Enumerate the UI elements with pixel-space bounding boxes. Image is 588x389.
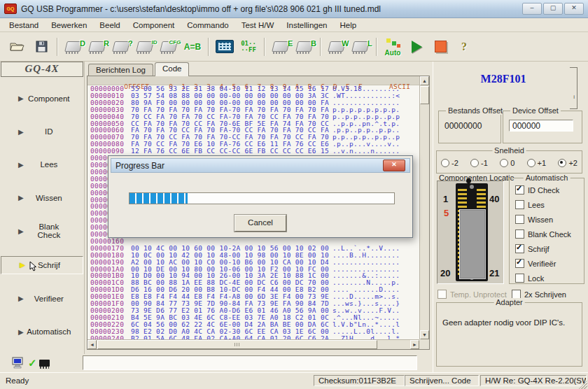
select-device-button[interactable]: D [62, 36, 85, 58]
dialog-close-button[interactable]: ✕ [383, 160, 405, 171]
sidebar-item-component[interactable]: ▶Component [0, 90, 84, 107]
tab-berichten-log[interactable]: Berichten Log [88, 64, 153, 76]
checkbox-icon [515, 200, 524, 209]
sidebar-item-wissen[interactable]: ▶Wissen [0, 190, 84, 206]
snelheid-option-2[interactable]: +2 [558, 159, 578, 167]
adapter-text: Geen adapter nodig voor DIP IC's. [442, 318, 565, 327]
menu-help[interactable]: Help [334, 20, 363, 31]
radio-icon [527, 159, 536, 167]
arrow-icon: ▶ [18, 295, 24, 302]
gq-usb-programmer-window: GQ GQ USB Programmer - c:\users\stefan\d… [0, 0, 588, 389]
vertical-scroll-thumb[interactable] [420, 86, 429, 104]
snelheid-label: Snelheid [492, 146, 526, 155]
fill-buffer-button[interactable]: 01·· ··FF [237, 36, 260, 58]
vertical-scrollbar[interactable]: ▲ ▼ [419, 76, 429, 339]
stop-button[interactable] [428, 36, 452, 58]
sidebar-item-lees[interactable]: ▶Lees [0, 156, 84, 173]
scroll-down-button[interactable]: ▼ [420, 330, 429, 339]
horizontal-scroll-thumb[interactable] [97, 340, 377, 349]
automatisch-group: Automatisch ID CheckLeesWissenBlank Chec… [509, 178, 584, 284]
automatisch-label: Automatisch [524, 174, 570, 182]
read-device-button[interactable]: R [85, 36, 109, 58]
close-button[interactable]: ✕ [564, 3, 584, 15]
chip-icon: W [328, 41, 346, 52]
write-device-button[interactable]: W [325, 36, 349, 58]
menu-bestand[interactable]: Bestand [3, 20, 45, 31]
menu-test-h-w[interactable]: Test H/W [235, 20, 281, 31]
snelheid-option-2[interactable]: -2 [441, 159, 458, 167]
auto-check-wissen[interactable]: Wissen [515, 212, 582, 227]
arrow-icon: ▶ [18, 328, 24, 336]
chip-icon: D [64, 41, 83, 52]
erase-device-button[interactable]: E [269, 36, 293, 58]
sidebar-item-label: Blank Check [27, 222, 84, 239]
device-offset-group: Device Offset 000000 [503, 111, 582, 143]
auto-program-button[interactable]: Auto [381, 36, 405, 58]
help-icon: ? [461, 41, 467, 53]
sidebar-item-verifieer[interactable]: ▶Verifieer [0, 290, 84, 307]
checkbox-label: Blank Check [528, 230, 571, 239]
arrow-icon: ▶ [18, 161, 24, 169]
pin-5-label: 5 [444, 208, 449, 218]
maximize-button[interactable]: ▢ [543, 3, 563, 15]
snelheid-option-0[interactable]: 0 [500, 159, 514, 167]
device-offset-field[interactable]: 000000 [509, 120, 573, 132]
chip-icon: ? [112, 41, 130, 52]
sidebar-item-blank-check[interactable]: ▶Blank Check [0, 222, 84, 239]
sidebar: GQ-4X ▶Component▶ID▶Lees▶Wissen▶Blank Ch… [0, 62, 85, 354]
menu-instellingen[interactable]: Instellingen [280, 20, 333, 31]
auto-check-lock[interactable]: Lock [515, 271, 582, 285]
scroll-right-button[interactable]: ► [410, 340, 419, 349]
open-file-button[interactable] [6, 36, 29, 58]
menu-bewerken[interactable]: Bewerken [45, 20, 93, 31]
save-floppy-icon [36, 41, 48, 52]
auto-check-lees[interactable]: Lees [515, 197, 582, 212]
compare-buffers-button[interactable]: A=B [181, 36, 204, 58]
blank-check-button[interactable]: B [293, 36, 316, 58]
verify-device-button[interactable]: ? [109, 36, 133, 58]
resize-grip[interactable] [578, 380, 587, 389]
snelheid-option-1[interactable]: -1 [470, 159, 488, 167]
scroll-left-button[interactable]: ◄ [88, 340, 97, 349]
save-file-button[interactable] [29, 36, 53, 58]
open-folder-icon [10, 41, 25, 52]
sidebar-item-id[interactable]: ▶ID [0, 123, 84, 140]
tab-code[interactable]: Code [155, 62, 190, 76]
menu-component[interactable]: Component [127, 20, 181, 31]
dialog-title-bar[interactable]: Progress Bar ✕ [111, 158, 410, 173]
snelheid-option-1[interactable]: +1 [527, 159, 547, 167]
minimize-button[interactable]: – [522, 3, 542, 15]
menu-commando[interactable]: Commando [181, 20, 234, 31]
auto-check-schrijf[interactable]: Schrijf [515, 241, 582, 256]
radio-icon [500, 159, 508, 167]
help-button[interactable]: ? [452, 36, 476, 58]
auto-check-id-check[interactable]: ID Check [515, 183, 582, 197]
mouse-cursor-icon [29, 261, 38, 272]
stop-icon [435, 41, 447, 52]
cancel-button[interactable]: Cancel [234, 215, 286, 232]
id-check-button[interactable]: ID [133, 36, 157, 58]
log-strip [83, 355, 417, 370]
temp-unprotect-box[interactable] [438, 290, 447, 299]
menu-beeld[interactable]: Beeld [93, 20, 126, 31]
zif-lever [468, 182, 470, 190]
auto-check-blank-check[interactable]: Blank Check [515, 227, 582, 241]
bestands-offset-value[interactable]: 00000000 [444, 121, 482, 131]
play-icon [412, 41, 422, 53]
scroll-up-button[interactable]: ▲ [420, 76, 429, 85]
lock-device-button[interactable]: L [349, 36, 372, 58]
menu-bar: BestandBewerkenBeeldComponentCommandoTes… [0, 18, 588, 32]
horizontal-scrollbar[interactable]: ◄ ► [88, 339, 419, 349]
checkbox-icon [515, 215, 524, 224]
run-button[interactable] [405, 36, 428, 58]
inserted-chip [459, 209, 486, 279]
hex-row[interactable]: 0000009012 FA 76 CC 6E FB CC CC-CC 6E FB… [88, 148, 419, 155]
sidebar-item-automatisch[interactable]: ▶Automatisch [0, 323, 84, 340]
config-button[interactable]: CFG [157, 36, 181, 58]
arrow-icon: ▶ [20, 261, 25, 269]
checkbox-icon [515, 229, 524, 239]
calculator-button[interactable] [213, 36, 237, 58]
sidebar-item-schrijf[interactable]: ▶Schrijf [1, 256, 83, 274]
auto-check-verifie-r[interactable]: Verifieër [515, 256, 582, 271]
connection-status: ✓ [2, 355, 79, 370]
